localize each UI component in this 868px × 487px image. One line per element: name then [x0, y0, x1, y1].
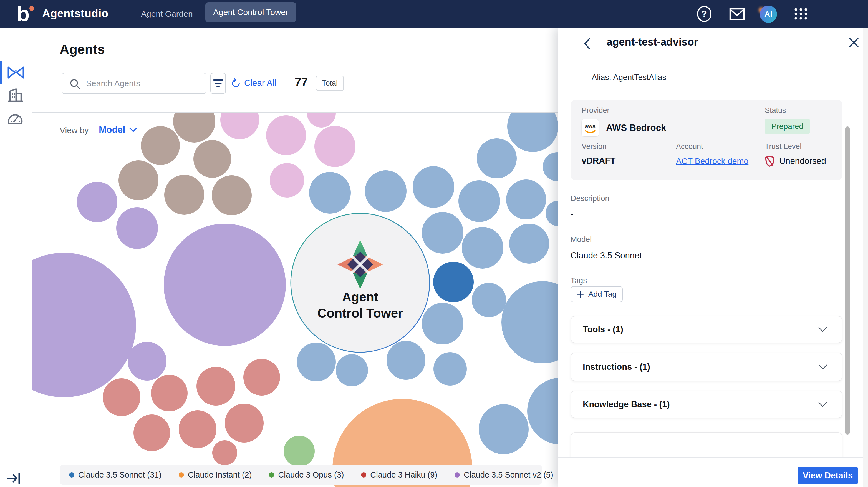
chevron-down-icon — [818, 402, 828, 407]
center-node[interactable]: Agent Control Tower — [291, 213, 430, 352]
agent-bubble[interactable] — [173, 112, 215, 143]
legend-item[interactable]: Claude 3.5 Sonnet (31) — [69, 470, 161, 480]
legend-item[interactable]: Claude Instant (2) — [179, 470, 252, 480]
mail-button[interactable] — [729, 5, 745, 22]
agent-bubble[interactable] — [266, 115, 306, 155]
apps-grid-button[interactable] — [793, 5, 809, 22]
section-tools[interactable]: Tools - (1) — [570, 316, 842, 343]
agent-bubble[interactable] — [386, 341, 425, 380]
status-label: Status — [765, 106, 810, 115]
account-link[interactable]: ACT Bedrock demo — [676, 156, 748, 166]
agent-bubble[interactable] — [336, 354, 368, 386]
view-details-button[interactable]: View Details — [798, 467, 858, 485]
agent-bubble[interactable] — [284, 436, 315, 467]
sidebar-expand-button[interactable] — [7, 470, 25, 487]
sidebar-active-indicator — [0, 61, 2, 84]
svg-text:?: ? — [702, 9, 707, 19]
agent-bubble[interactable] — [462, 227, 503, 269]
agent-bubble[interactable] — [225, 404, 264, 442]
help-button[interactable]: ? — [696, 5, 713, 22]
agent-bubble[interactable] — [77, 182, 117, 222]
description-label: Description — [570, 194, 609, 203]
agent-bubble[interactable] — [433, 262, 474, 302]
legend-dot — [69, 472, 74, 478]
sidebar-item-dashboard[interactable] — [7, 110, 25, 128]
agent-bubble[interactable] — [314, 126, 355, 167]
sidebar-item-organization[interactable] — [7, 87, 25, 105]
close-icon — [848, 37, 860, 48]
section-knowledge-base-label: Knowledge Base - (1) — [583, 400, 670, 409]
view-by-dropdown[interactable]: Model — [99, 124, 137, 135]
filter-button[interactable] — [210, 73, 226, 94]
agent-bubble[interactable] — [270, 163, 304, 198]
tab-agent-control-tower[interactable]: Agent Control Tower — [205, 2, 296, 22]
agent-bubble[interactable] — [365, 170, 406, 212]
model-label: Model — [570, 235, 592, 244]
back-button[interactable] — [582, 37, 593, 50]
close-button[interactable] — [848, 37, 860, 48]
tags-label: Tags — [570, 276, 587, 285]
sidebar-item-agents[interactable] — [7, 63, 25, 82]
apps-grid-icon — [793, 5, 809, 22]
agent-bubble[interactable] — [212, 440, 237, 465]
search-input[interactable] — [86, 73, 203, 93]
legend-item[interactable]: Claude 3 Haiku (9) — [361, 470, 437, 480]
account-label: Account — [676, 142, 748, 151]
filter-icon — [213, 78, 224, 88]
search-icon — [69, 78, 81, 90]
agent-bubble[interactable] — [164, 175, 204, 215]
agent-bubble[interactable] — [422, 212, 463, 254]
agent-bubble[interactable] — [151, 375, 188, 411]
legend-item[interactable]: Claude 3.5 Sonnet v2 (5) — [455, 470, 553, 480]
avatar: AI — [760, 5, 777, 23]
agent-bubble[interactable] — [472, 283, 506, 317]
agent-bubble[interactable] — [509, 224, 549, 264]
legend-item[interactable]: Claude 3 Opus (3) — [269, 470, 344, 480]
agent-bubble[interactable] — [507, 112, 558, 152]
clear-all-button[interactable]: Clear All — [231, 78, 276, 88]
brand-logo[interactable]: b — [17, 4, 37, 24]
agent-bubble[interactable] — [477, 138, 517, 178]
status-cell: Status Prepared — [765, 106, 810, 134]
chevron-down-icon — [818, 364, 828, 370]
agent-bubble[interactable] — [164, 224, 286, 346]
agent-bubble[interactable] — [243, 359, 280, 396]
legend-dot — [455, 472, 460, 478]
agent-bubble[interactable] — [212, 175, 252, 215]
section-tools-label: Tools - (1) — [583, 324, 623, 335]
agent-bubble[interactable] — [506, 179, 546, 220]
section-instructions[interactable]: Instructions - (1) — [570, 352, 842, 381]
agent-bubble[interactable] — [307, 112, 336, 127]
agent-bubble[interactable] — [433, 352, 467, 385]
section-knowledge-base[interactable]: Knowledge Base - (1) — [570, 391, 842, 418]
window-scrollbar[interactable] — [863, 28, 868, 487]
agent-bubble[interactable] — [193, 140, 231, 178]
agent-bubble[interactable] — [309, 172, 351, 213]
chevron-down-icon — [129, 127, 137, 132]
agent-bubble[interactable] — [133, 414, 170, 451]
agent-bubble[interactable] — [422, 303, 463, 344]
agent-bubble[interactable] — [141, 126, 180, 165]
app-root: Agent Control Tower Claude 3.5 Sonnet (3… — [0, 0, 868, 487]
agent-bubble[interactable] — [116, 207, 158, 249]
agent-bubble[interactable] — [119, 160, 158, 200]
add-tag-button[interactable]: Add Tag — [570, 286, 623, 302]
description-value: - — [570, 209, 573, 219]
trust-level-value: Unendorsed — [779, 156, 826, 166]
agent-bubble[interactable] — [179, 410, 216, 448]
agent-bubble[interactable] — [103, 378, 141, 416]
tab-agent-garden[interactable]: Agent Garden — [133, 0, 200, 28]
section-card-partial[interactable] — [570, 432, 842, 457]
agent-bubble[interactable] — [220, 112, 259, 139]
agent-bubble[interactable] — [297, 343, 336, 381]
agent-bubble[interactable] — [413, 166, 454, 208]
panel-scrollbar[interactable] — [845, 126, 850, 435]
agent-details-panel: agent-test-advisor Alias: AgentTestAlias… — [558, 28, 868, 487]
agent-bubble[interactable] — [196, 367, 235, 406]
agent-bubble[interactable] — [128, 342, 166, 381]
user-avatar[interactable]: AI — [760, 5, 776, 22]
chevron-down-icon — [818, 327, 828, 332]
agent-bubble[interactable] — [458, 180, 500, 222]
model-value: Claude 3.5 Sonnet — [570, 251, 642, 261]
agent-bubble[interactable] — [479, 404, 529, 454]
